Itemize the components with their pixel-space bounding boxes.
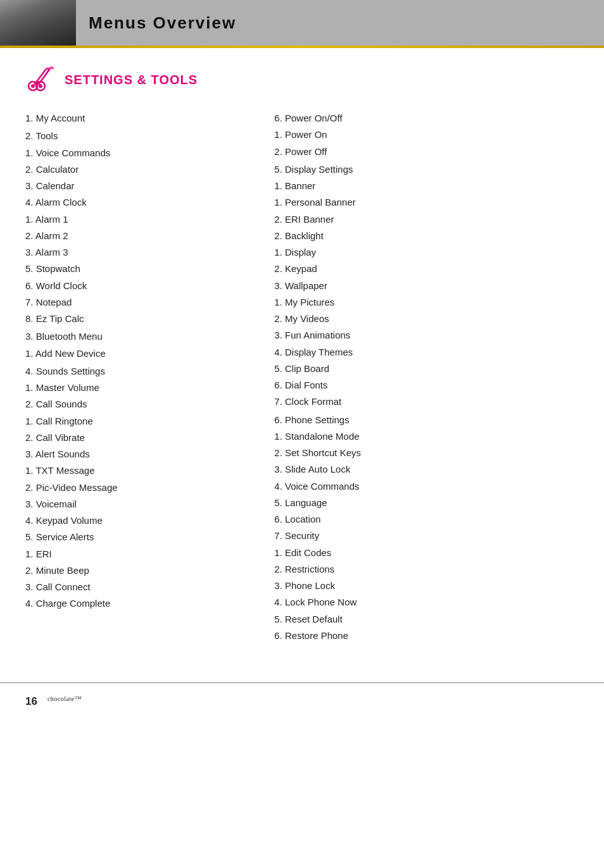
- list-item: 7. Security: [274, 528, 579, 544]
- list-item: 5. Service Alerts: [25, 529, 261, 545]
- list-item: 3. Voicemail: [25, 496, 261, 512]
- list-item: 2. Power Off: [274, 144, 579, 160]
- list-item: 6. Phone Settings: [274, 412, 579, 428]
- list-item: 5. Clip Board: [274, 361, 579, 377]
- list-item: 2. ERI Banner: [274, 211, 579, 228]
- list-item: 2. Tools: [25, 128, 261, 144]
- list-item: 1. Banner: [274, 178, 579, 194]
- list-item: 4. Alarm Clock: [25, 194, 261, 211]
- list-item: 6. Restore Phone: [274, 628, 579, 644]
- list-item: 7. Clock Format: [274, 394, 579, 410]
- list-item: 5. Display Settings: [274, 161, 579, 178]
- menu-columns: 1. My Account2. Tools1. Voice Commands2.…: [25, 109, 579, 644]
- list-item: 3. Fun Animations: [274, 327, 579, 344]
- list-item: 1. TXT Message: [25, 462, 261, 479]
- list-item: 6. Power On/Off: [274, 110, 579, 127]
- right-menu-list: 6. Power On/Off1. Power On2. Power Off5.…: [274, 110, 579, 644]
- list-item: 2. Set Shortcut Keys: [274, 445, 579, 461]
- settings-tools-icon: [25, 63, 58, 96]
- list-item: 3. Wallpaper: [274, 278, 579, 294]
- list-item: 3. Alarm 3: [25, 244, 261, 261]
- list-item: 1. Voice Commands: [25, 145, 261, 161]
- list-item: 6. Dial Fonts: [274, 377, 579, 394]
- footer: 16 chocolate™: [0, 683, 604, 720]
- svg-point-1: [31, 84, 35, 88]
- list-item: 2. Alarm 2: [25, 228, 261, 244]
- list-item: 1. Add New Device: [25, 345, 261, 362]
- header-image: [0, 0, 76, 46]
- section-heading: SETTINGS & TOOLS: [25, 63, 579, 96]
- page-title: Menus Overview: [76, 13, 236, 33]
- list-item: 1. My Pictures: [274, 294, 579, 311]
- page-number: 16: [25, 695, 37, 708]
- page-header: Menus Overview: [0, 0, 604, 46]
- section-title: SETTINGS & TOOLS: [65, 73, 198, 87]
- list-item: 1. Personal Banner: [274, 194, 579, 211]
- list-item: 6. World Clock: [25, 278, 261, 294]
- list-item: 3. Slide Auto Lock: [274, 461, 579, 478]
- list-item: 4. Charge Complete: [25, 595, 261, 612]
- list-item: 1. Display: [274, 244, 579, 261]
- list-item: 3. Phone Lock: [274, 578, 579, 594]
- left-menu-list: 1. My Account2. Tools1. Voice Commands2.…: [25, 110, 261, 612]
- list-item: 2. Minute Beep: [25, 562, 261, 579]
- list-item: 4. Voice Commands: [274, 478, 579, 495]
- svg-point-3: [39, 84, 42, 88]
- list-item: 6. Location: [274, 511, 579, 528]
- list-item: 1. Call Ringtone: [25, 413, 261, 430]
- list-item: 1. Alarm 1: [25, 211, 261, 228]
- list-item: 2. My Videos: [274, 311, 579, 327]
- brand-name: chocolate™: [47, 693, 82, 710]
- list-item: 1. Edit Codes: [274, 545, 579, 561]
- list-item: 3. Calendar: [25, 178, 261, 194]
- list-item: 3. Bluetooth Menu: [25, 328, 261, 345]
- list-item: 1. ERI: [25, 546, 261, 562]
- list-item: 4. Sounds Settings: [25, 363, 261, 380]
- list-item: 2. Pic-Video Message: [25, 480, 261, 496]
- list-item: 1. Master Volume: [25, 380, 261, 396]
- list-item: 4. Lock Phone Now: [274, 594, 579, 611]
- list-item: 5. Stopwatch: [25, 261, 261, 277]
- list-item: 1. Power On: [274, 127, 579, 143]
- list-item: 2. Call Vibrate: [25, 430, 261, 446]
- list-item: 3. Call Connect: [25, 579, 261, 595]
- list-item: 3. Alert Sounds: [25, 446, 261, 462]
- list-item: 7. Notepad: [25, 294, 261, 311]
- left-column: 1. My Account2. Tools1. Voice Commands2.…: [25, 109, 274, 644]
- list-item: 1. My Account: [25, 110, 261, 127]
- list-item: 1. Standalone Mode: [274, 428, 579, 445]
- list-item: 2. Call Sounds: [25, 396, 261, 412]
- list-item: 2. Keypad: [274, 261, 579, 277]
- main-content: SETTINGS & TOOLS 1. My Account2. Tools1.…: [0, 48, 604, 663]
- list-item: 2. Calculator: [25, 161, 261, 178]
- list-item: 4. Keypad Volume: [25, 512, 261, 529]
- list-item: 5. Reset Default: [274, 611, 579, 628]
- list-item: 8. Ez Tip Calc: [25, 311, 261, 327]
- right-column: 6. Power On/Off1. Power On2. Power Off5.…: [274, 109, 579, 644]
- list-item: 5. Language: [274, 495, 579, 511]
- list-item: 4. Display Themes: [274, 344, 579, 361]
- list-item: 2. Restrictions: [274, 561, 579, 578]
- list-item: 2. Backlight: [274, 228, 579, 244]
